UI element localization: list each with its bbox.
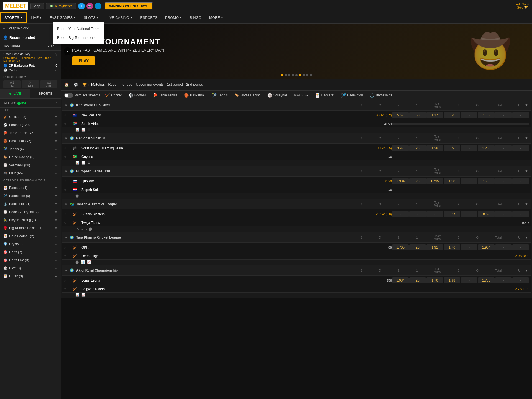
star-dt[interactable]: ☆ [64, 254, 73, 258]
nav-esports[interactable]: ESPORTS [136, 13, 161, 22]
odd-wi-x[interactable]: 25 [409, 145, 426, 151]
odd-bb-tw[interactable]: 1.025 [444, 211, 460, 217]
tournament-breadcrumb-icon[interactable]: 🏆 [82, 83, 87, 87]
stats-icon-wi[interactable]: 📈 [81, 161, 85, 165]
star-sa[interactable]: ☆ [64, 122, 73, 126]
odd-x[interactable]: X 1.33 [22, 80, 39, 88]
league-row-akluj[interactable]: ✏ 🌍 Akluj Rural Championship 1 X 2 1 Tea… [62, 265, 531, 276]
sport-header-bicycle-racing[interactable]: 🚴 Bicycle Racing (1) ▼ [0, 216, 61, 224]
filter-horse-racing[interactable]: 🐎 Horse Racing [233, 92, 262, 98]
star-lj[interactable]: ☆ [64, 179, 73, 183]
prev-page-icon[interactable]: ‹ [48, 44, 49, 48]
sport-header-cricket[interactable]: 🏏 Cricket (23) ▼ [0, 113, 61, 121]
nav-sports[interactable]: SPORTS ▼ [0, 12, 27, 23]
league-row-tanzania[interactable]: ✏ 🇹🇿 Tanzania. Premier League 1 X 2 1 Te… [62, 199, 531, 209]
filter-football[interactable]: ⚽ Football [127, 92, 148, 98]
stats-icon[interactable]: 📈 [81, 128, 85, 132]
odd-wi-tw[interactable]: 3.9 [444, 145, 460, 151]
odd-gkr-x[interactable]: 25 [409, 244, 426, 250]
sport-header-fifa[interactable]: 🎮 FIFA (65) ▼ [0, 169, 61, 177]
star-gkr[interactable]: ☆ [64, 245, 73, 249]
league-row-tara[interactable]: ✏ 🌍 Tara Pharma Cricket League 1 X 2 1 T… [62, 232, 531, 243]
filter-volleyball[interactable]: 🏐 Volleyball [266, 92, 289, 98]
odd-bb-val[interactable]: 8.52 [478, 211, 495, 217]
filter-table-tennis[interactable]: 🏓 Table Tennis [151, 92, 179, 98]
sport-header-darts-live[interactable]: 🎯 Darts Live (3) ▼ [0, 256, 61, 264]
banner-dot-8[interactable] [306, 74, 308, 76]
live-tab[interactable]: LIVE [0, 89, 30, 98]
filter-badminton[interactable]: 🏸 Badminton [339, 92, 365, 98]
list-icon[interactable]: ☰ [88, 128, 90, 132]
filter-tennis[interactable]: 🎾 Tennis [210, 92, 229, 98]
star-wi[interactable]: ☆ [64, 146, 73, 150]
nav-bingo[interactable]: BINGO [186, 13, 205, 22]
sport-header-beach-volleyball[interactable]: 🏐 Beach Volleyball (2) ▼ [0, 208, 61, 216]
toggle-switch[interactable] [64, 93, 73, 98]
app-button[interactable]: App [30, 3, 44, 9]
nav-more[interactable]: MORE ▼ [205, 13, 227, 22]
sport-header-horse-racing[interactable]: 🐎 Horse Racing (6) ▼ [0, 153, 61, 161]
chart-icon[interactable]: 📊 [75, 128, 79, 132]
sport-header-tennis[interactable]: 🎾 Tennis (47) ▼ [0, 145, 61, 153]
banner-play-button[interactable]: PLAY [72, 56, 95, 65]
odd-ll-x[interactable]: 25 [409, 277, 426, 283]
nav-livecasino[interactable]: LIVE CASINO ▼ [103, 13, 137, 22]
odd-lj-val[interactable]: 1.79 [478, 178, 495, 184]
nav-live[interactable]: LIVE ▼ [27, 13, 46, 22]
banner-dot-2[interactable] [285, 74, 287, 76]
sport-header-football[interactable]: ⚽ Football (129) ▼ [0, 121, 61, 129]
recommended-section[interactable]: 👤 Recommended ▼ [0, 33, 61, 42]
banner-dot-9[interactable] [310, 74, 312, 76]
payments-button[interactable]: 💵 $ Payments [46, 3, 76, 9]
sport-breadcrumb-icon[interactable]: ⚽ [73, 83, 78, 87]
odd-val1[interactable]: 1.15 [478, 112, 495, 118]
instagram-icon[interactable]: 📷 [86, 3, 93, 9]
home-icon[interactable]: 🏠 [64, 83, 69, 87]
star-zg[interactable]: ☆ [64, 188, 73, 192]
tab-1st-period[interactable]: 1st period [167, 81, 183, 88]
stats-icon-akluj[interactable]: 📈 [81, 293, 85, 297]
star-ll[interactable]: ☆ [64, 278, 73, 282]
tab-2nd-period[interactable]: 2nd period [186, 81, 203, 88]
odd-gkr-val[interactable]: 1.904 [478, 244, 495, 250]
odd-ll-1[interactable]: 1.984 [392, 277, 409, 283]
sports-dropdown-tournaments[interactable]: Bet on Big Tournaments [53, 33, 104, 42]
banner-dot-4[interactable] [292, 74, 294, 76]
chart-icon-akluj[interactable]: 📊 [75, 293, 79, 297]
odd-ll-val[interactable]: 1.755 [478, 277, 495, 283]
league-row-european[interactable]: ✏ 🌍 European Series. T10 1 X 2 1 TeamWin… [62, 166, 531, 177]
banner-prev-button[interactable]: ‹ [64, 47, 71, 55]
league-row-regional[interactable]: ✏ 🌍 Regional Super 50 1 X 2 1 TeamWins 2… [62, 133, 531, 144]
banner-dot-3[interactable] [288, 74, 290, 76]
league-row-icc[interactable]: ✏ 🌍 ICC. World Cup. 2023 1 X 2 1 TeamWin… [62, 100, 531, 111]
telegram-icon[interactable]: ✈ [95, 3, 101, 9]
odd-w1[interactable]: W1 22 [3, 80, 21, 88]
filter-cricket[interactable]: 🏏 Cricket [103, 92, 123, 98]
sport-header-crystal[interactable]: 💎 Crystal (2) ▼ [0, 240, 61, 248]
chart-icon-wi[interactable]: 📊 [75, 161, 79, 165]
odd-gkr-tw[interactable]: 1.76 [444, 244, 460, 250]
sport-header-card-football[interactable]: 🃏 Card Football (2) ▼ [0, 232, 61, 240]
logo[interactable]: MELBET [3, 2, 28, 10]
star-nz-sa[interactable]: ☆ [64, 113, 73, 117]
tab-recommended[interactable]: Recommended [108, 81, 132, 88]
sport-header-baccarat[interactable]: 🃏 Baccarat (4) ▼ [0, 184, 61, 192]
odd-lj-2[interactable]: 1.795 [426, 178, 443, 184]
filter-icon[interactable]: ⊙ [54, 101, 57, 105]
odd-gkr-2[interactable]: 1.91 [426, 244, 443, 250]
winning-wednesdays-button[interactable]: WINNING WEDNESDAYS [105, 2, 153, 10]
odd-lj-tw[interactable]: 1.98 [444, 178, 460, 184]
sport-header-badminton[interactable]: 🏸 Badminton (9) ▼ [0, 192, 61, 200]
filter-battleships[interactable]: ⚓ Battleships [368, 92, 394, 98]
odd-lj-x[interactable]: 25 [409, 178, 426, 184]
collapse-block-button[interactable]: « Collapse block [0, 24, 61, 33]
record-icon[interactable]: ⬤ [75, 194, 79, 198]
odd-w2[interactable]: W2 3.85 [40, 80, 57, 88]
star-tt[interactable]: ☆ [64, 221, 73, 225]
sport-header-dice[interactable]: 🎲 Dice (3) ▼ [0, 264, 61, 272]
filter-baccarat[interactable]: 🃏 Baccarat [313, 92, 336, 98]
stats-icon-tara[interactable]: 📈 [87, 260, 91, 264]
top-games-pagination[interactable]: ‹ 1/5 › [48, 44, 57, 48]
odd-1[interactable]: 5.52 [392, 112, 409, 118]
banner-dot-1[interactable] [281, 74, 283, 76]
